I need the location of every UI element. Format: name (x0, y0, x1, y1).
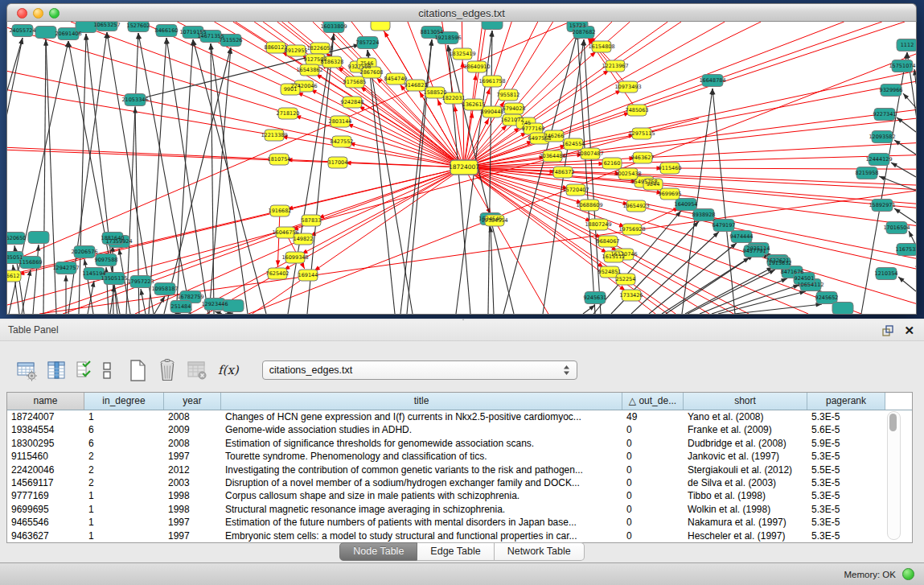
table-cell[interactable]: 0 (622, 503, 684, 516)
table-cell[interactable]: 5.9E-5 (807, 437, 885, 450)
table-row[interactable]: 1938455462009Genome-wide association stu… (7, 423, 912, 436)
new-table-button[interactable] (128, 359, 148, 382)
table-cell[interactable]: 0 (622, 476, 684, 489)
node-table[interactable]: namein_degreeyeartitle△ out_de...shortpa… (6, 392, 913, 543)
select-column-button[interactable] (47, 360, 67, 381)
table-vertical-scrollbar[interactable] (887, 411, 901, 540)
column-header[interactable]: △ out_de... (622, 393, 684, 410)
table-cell[interactable]: 2009 (164, 423, 221, 436)
table-cell[interactable]: Disruption of a novel member of a sodium… (221, 476, 622, 489)
column-header[interactable]: year (164, 393, 221, 410)
network-window[interactable]: citations_edges.txt 24055724206914061065… (6, 3, 917, 315)
scrollbar-thumb[interactable] (889, 414, 897, 431)
table-cell[interactable]: Stergiakouli et al. (2012) (684, 463, 807, 476)
table-cell[interactable]: 0 (622, 489, 684, 502)
table-cell[interactable]: 1 (84, 489, 164, 502)
table-cell[interactable]: Yano et al. (2008) (684, 410, 807, 423)
table-row[interactable]: 977716911998Corpus callosum shape and si… (7, 489, 912, 502)
row-height-button[interactable] (101, 360, 113, 381)
table-cell[interactable]: 9777169 (7, 489, 84, 502)
table-cell[interactable]: Wolkin et al. (1998) (684, 503, 807, 516)
function-builder-button[interactable]: f(x) (216, 363, 240, 377)
table-cell[interactable]: 19384554 (7, 423, 84, 436)
apply-values-button[interactable] (76, 360, 92, 381)
table-cell[interactable]: 5.3E-5 (807, 489, 885, 502)
table-cell[interactable]: 6 (84, 437, 164, 450)
column-header[interactable]: name (7, 393, 84, 410)
table-cell[interactable]: 9465546 (7, 516, 84, 529)
table-cell[interactable]: 5.3E-5 (807, 529, 885, 542)
table-cell[interactable]: Investigating the contribution of common… (221, 463, 622, 476)
column-header[interactable]: title (221, 393, 622, 410)
table-cell[interactable]: Embryonic stem cells: a model to study s… (221, 529, 622, 542)
table-cell[interactable]: 2003 (164, 476, 221, 489)
delete-table-button[interactable] (157, 358, 178, 382)
table-cell[interactable]: Genome-wide association studies in ADHD. (221, 423, 622, 436)
table-cell[interactable]: 0 (622, 437, 684, 450)
table-cell[interactable]: 0 (622, 450, 684, 463)
table-cell[interactable]: 5.3E-5 (807, 410, 885, 423)
table-cell[interactable]: Structural magnetic resonance image aver… (221, 503, 622, 516)
table-cell[interactable]: 1 (84, 503, 164, 516)
table-cell[interactable]: 5.3E-5 (807, 476, 885, 489)
table-row[interactable]: 969969511998Structural magnetic resonanc… (7, 503, 912, 516)
table-cell[interactable]: 1998 (164, 489, 221, 502)
table-cell[interactable]: 2 (84, 450, 164, 463)
table-cell[interactable]: Dudbridge et al. (2008) (684, 437, 807, 450)
table-cell[interactable]: Nakamura et al. (1997) (684, 516, 807, 529)
table-cell[interactable]: 1 (84, 516, 164, 529)
table-cell[interactable]: 2 (84, 463, 164, 476)
table-cell[interactable]: 18724007 (7, 410, 84, 423)
table-cell[interactable]: 9699695 (7, 503, 84, 516)
table-cell[interactable]: 5.3E-5 (807, 450, 885, 463)
column-header[interactable]: pagerank (807, 393, 885, 410)
table-cell[interactable]: 1 (84, 410, 164, 423)
table-cell[interactable]: 0 (622, 463, 684, 476)
table-row[interactable]: 946554611997Estimation of the future num… (7, 516, 912, 529)
table-cell[interactable]: 2 (84, 476, 164, 489)
tab-node-table[interactable]: Node Table (339, 542, 417, 561)
table-cell[interactable]: Corpus callosum shape and size in male p… (221, 489, 622, 502)
table-cell[interactable]: Estimation of the future numbers of pati… (221, 516, 622, 529)
memory-status-icon[interactable] (902, 568, 914, 580)
tab-edge-table[interactable]: Edge Table (417, 542, 494, 561)
table-options-button[interactable] (16, 360, 38, 381)
table-cell[interactable]: 18300295 (7, 437, 84, 450)
close-panel-icon[interactable]: ✕ (904, 323, 914, 337)
table-cell[interactable]: 1997 (164, 516, 221, 529)
table-cell[interactable]: 1997 (164, 450, 221, 463)
table-body[interactable]: 1872400712008Changes of HCN gene express… (7, 410, 912, 542)
table-cell[interactable]: 1998 (164, 503, 221, 516)
network-canvas[interactable]: 2405572420691406106532571527602846616010… (7, 22, 916, 314)
table-row[interactable]: 911546021997Tourette syndrome. Phenomeno… (7, 450, 912, 463)
table-cell[interactable]: 2008 (164, 410, 221, 423)
table-row[interactable]: 2242004622012Investigating the contribut… (7, 463, 912, 476)
table-row[interactable]: 946362711997Embryonic stem cells: a mode… (7, 529, 912, 542)
table-cell[interactable]: 9115460 (7, 450, 84, 463)
table-cell[interactable]: Tourette syndrome. Phenomenology and cla… (221, 450, 622, 463)
table-cell[interactable]: de Silva et al. (2003) (684, 476, 807, 489)
table-source-dropdown[interactable]: citations_edges.txt (262, 360, 577, 380)
column-header[interactable]: in_degree (84, 393, 164, 410)
table-cell[interactable]: 22420046 (7, 463, 84, 476)
float-panel-icon[interactable] (881, 324, 894, 337)
table-cell[interactable]: Jankovic et al. (1997) (684, 450, 807, 463)
table-cell[interactable]: 2012 (164, 463, 221, 476)
table-cell[interactable]: 0 (622, 529, 684, 542)
table-cell[interactable]: Tibbo et al. (1998) (684, 489, 807, 502)
table-cell[interactable]: 0 (622, 516, 684, 529)
table-cell[interactable]: 5.3E-5 (807, 503, 885, 516)
table-cell[interactable]: 0 (622, 423, 684, 436)
table-cell[interactable]: 1997 (164, 529, 221, 542)
table-row[interactable]: 1872400712008Changes of HCN gene express… (7, 410, 912, 423)
table-row[interactable]: 1456911722003Disruption of a novel membe… (7, 476, 912, 489)
table-cell[interactable]: Changes of HCN gene expression and I(f) … (221, 410, 622, 423)
table-cell[interactable]: 49 (622, 410, 684, 423)
table-row[interactable]: 1830029562008Estimation of significance … (7, 437, 912, 450)
table-cell[interactable]: 5.5E-5 (807, 463, 885, 476)
network-window-titlebar[interactable]: citations_edges.txt (6, 3, 917, 22)
table-header[interactable]: namein_degreeyeartitle△ out_de...shortpa… (7, 393, 912, 410)
network-view[interactable]: 2405572420691406106532571527602846616010… (6, 22, 917, 315)
table-cell[interactable]: 9463627 (7, 529, 84, 542)
table-cell[interactable]: Hescheler et al. (1997) (684, 529, 807, 542)
